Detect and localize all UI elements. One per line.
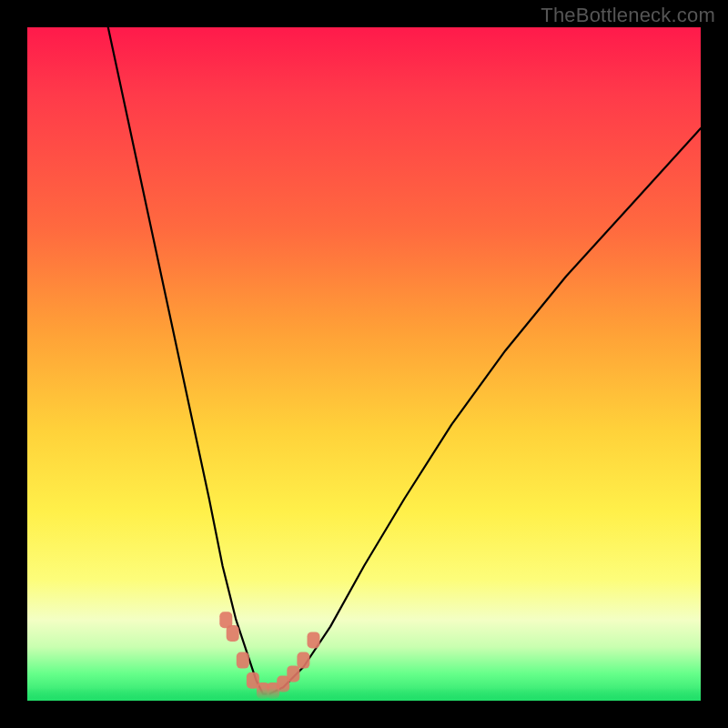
marker-point: [237, 652, 249, 669]
marker-point: [227, 625, 239, 642]
bottleneck-curve: [108, 27, 701, 694]
watermark-text: TheBottleneck.com: [541, 4, 715, 27]
curve-layer: [27, 27, 701, 701]
marker-point: [297, 652, 309, 669]
plot-area: [27, 27, 701, 701]
chart-frame: TheBottleneck.com: [0, 0, 728, 728]
marker-point: [287, 665, 299, 682]
highlighted-points: [219, 612, 319, 699]
marker-point: [308, 632, 320, 648]
